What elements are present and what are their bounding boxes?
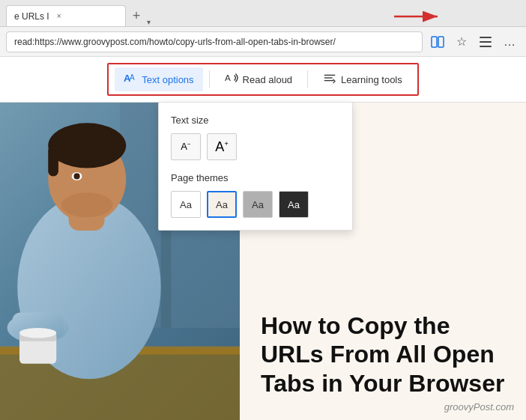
address-input[interactable]: read:https://www.groovypost.com/howto/co…	[6, 31, 423, 52]
svg-text:A: A	[225, 73, 231, 83]
svg-text:A: A	[130, 73, 135, 82]
read-aloud-icon: A	[225, 72, 238, 87]
tab-close-button[interactable]: ×	[54, 11, 64, 22]
svg-rect-4	[480, 46, 492, 47]
learning-tools-label: Learning tools	[341, 74, 402, 85]
increase-text-icon: A+	[215, 139, 228, 155]
toolbar-divider-1	[209, 70, 210, 88]
text-options-icon: A A	[124, 72, 137, 87]
article-title: How to Copy the URLs From All Open Tabs …	[261, 311, 508, 398]
svg-rect-1	[438, 37, 444, 47]
theme-white-button[interactable]: Aa	[171, 191, 201, 218]
theme-dark-button[interactable]: Aa	[279, 191, 309, 218]
svg-rect-2	[480, 37, 492, 38]
tab-bar: e URLs I × + ▾	[0, 0, 526, 27]
reader-view-icon[interactable]	[427, 31, 448, 52]
svg-rect-3	[480, 41, 492, 43]
address-bar: read:https://www.groovypost.com/howto/co…	[0, 27, 526, 57]
text-options-button[interactable]: A A Text options	[115, 67, 202, 91]
decrease-text-size-button[interactable]: A−	[171, 133, 201, 160]
learning-tools-icon	[323, 72, 336, 87]
reader-toolbar-wrapper: A A Text options A Read aloud	[0, 57, 526, 103]
page-themes-controls: Aa Aa Aa Aa	[171, 191, 340, 218]
address-text: read:https://www.groovypost.com/howto/co…	[14, 37, 336, 47]
text-options-panel: Text size A− A+ Page themes Aa Aa Aa	[158, 102, 353, 231]
theme-light-button[interactable]: Aa	[207, 191, 237, 218]
increase-text-size-button[interactable]: A+	[207, 133, 237, 160]
svg-point-29	[19, 328, 56, 338]
svg-rect-22	[48, 145, 58, 176]
site-watermark: groovyPost.com	[444, 401, 514, 413]
text-size-controls: A− A+	[171, 133, 340, 160]
read-aloud-button[interactable]: A Read aloud	[216, 67, 302, 91]
page-themes-title: Page themes	[171, 172, 340, 183]
svg-point-24	[73, 173, 79, 179]
browser-frame: e URLs I × + ▾ read:https://www.groovypo…	[0, 0, 526, 420]
toolbar-divider-2	[307, 70, 308, 88]
active-tab[interactable]: e URLs I ×	[6, 5, 126, 26]
more-tools-icon[interactable]: …	[499, 31, 520, 52]
new-tab-button[interactable]: +	[126, 5, 147, 26]
tab-list-chevron[interactable]: ▾	[147, 18, 151, 26]
read-aloud-label: Read aloud	[243, 74, 293, 85]
toolbar-icons: ☆ …	[427, 31, 520, 52]
svg-point-30	[61, 192, 112, 217]
tab-title: e URLs I	[14, 11, 49, 22]
svg-point-21	[48, 123, 126, 168]
svg-rect-0	[432, 37, 437, 47]
reader-toolbar: A A Text options A Read aloud	[107, 63, 419, 96]
text-size-title: Text size	[171, 115, 340, 126]
text-options-label: Text options	[142, 74, 193, 85]
learning-tools-button[interactable]: Learning tools	[314, 67, 411, 91]
theme-gray-button[interactable]: Aa	[243, 191, 273, 218]
decrease-text-icon: A−	[181, 141, 190, 152]
favorites-star-icon[interactable]: ☆	[451, 31, 472, 52]
hub-icon[interactable]	[475, 31, 496, 52]
